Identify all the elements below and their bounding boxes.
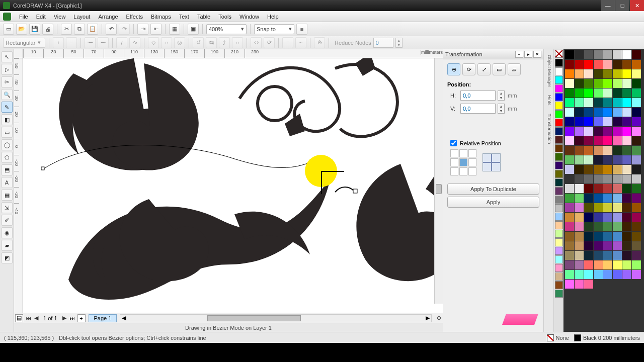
color-swatch[interactable] xyxy=(565,127,574,136)
color-swatch[interactable] xyxy=(565,60,574,69)
color-swatch[interactable] xyxy=(632,98,641,107)
color-swatch[interactable] xyxy=(603,146,612,155)
cut-icon[interactable]: ✂ xyxy=(61,24,72,35)
close-button[interactable]: ✕ xyxy=(630,0,644,11)
color-swatch[interactable] xyxy=(575,136,584,145)
to-curve-icon[interactable]: ∿ xyxy=(129,37,140,48)
color-swatch[interactable] xyxy=(603,241,612,250)
color-swatch[interactable] xyxy=(584,88,593,98)
no-color-swatch[interactable] xyxy=(555,50,563,58)
color-swatch[interactable] xyxy=(632,241,641,250)
color-swatch[interactable] xyxy=(575,155,584,164)
color-swatch[interactable] xyxy=(603,136,612,145)
color-swatch[interactable] xyxy=(613,203,622,212)
color-swatch[interactable] xyxy=(613,50,622,59)
color-swatch[interactable] xyxy=(555,196,563,204)
eyedropper-tool[interactable]: ✐ xyxy=(2,215,13,226)
page-tab[interactable]: Page 1 xyxy=(89,314,117,322)
reduce-nodes-spinner[interactable]: ▲▼ xyxy=(395,38,403,48)
outline-tool[interactable]: ◉ xyxy=(2,227,13,238)
basic-shapes-tool[interactable]: ⬒ xyxy=(2,164,13,175)
color-swatch[interactable] xyxy=(555,187,563,195)
color-swatch[interactable] xyxy=(584,251,593,260)
color-swatch[interactable] xyxy=(555,170,563,178)
color-swatch[interactable] xyxy=(613,222,622,231)
color-swatch[interactable] xyxy=(603,251,612,260)
color-swatch[interactable] xyxy=(575,88,584,98)
color-swatch[interactable] xyxy=(565,222,574,231)
color-swatch[interactable] xyxy=(575,222,584,231)
color-swatch[interactable] xyxy=(632,69,641,78)
color-swatch[interactable] xyxy=(594,203,603,212)
color-swatch[interactable] xyxy=(555,84,563,93)
docker-tab[interactable]: Object Manager xyxy=(544,52,553,89)
color-swatch[interactable] xyxy=(565,194,574,203)
color-swatch[interactable] xyxy=(632,174,641,184)
color-swatch[interactable] xyxy=(565,79,574,88)
print-icon[interactable]: 🖨 xyxy=(42,24,53,35)
canvas[interactable] xyxy=(23,58,443,313)
rectangle-tool[interactable]: ▭ xyxy=(2,127,13,138)
prev-page-button[interactable]: ◀ xyxy=(32,315,40,321)
launch-icon[interactable]: ▦ xyxy=(169,24,180,35)
color-swatch[interactable] xyxy=(632,194,641,203)
ellipse-tool[interactable]: ◯ xyxy=(2,139,13,150)
color-swatch[interactable] xyxy=(555,102,563,110)
color-swatch[interactable] xyxy=(575,203,584,212)
color-swatch[interactable] xyxy=(622,146,631,155)
position-tab-icon[interactable]: ⊕ xyxy=(447,63,460,75)
color-swatch[interactable] xyxy=(632,136,641,145)
undo-icon[interactable]: ↶ xyxy=(106,24,117,35)
vertical-ruler[interactable]: 50403020100-10-20-30-40 xyxy=(14,58,23,313)
menu-table[interactable]: Table xyxy=(193,13,214,21)
color-swatch[interactable] xyxy=(594,117,603,126)
color-swatch[interactable] xyxy=(575,79,584,88)
zoom-tool[interactable]: 🔍 xyxy=(2,89,13,100)
color-swatch[interactable] xyxy=(632,203,641,212)
color-swatch[interactable] xyxy=(565,184,574,193)
menu-window[interactable]: Window xyxy=(235,13,263,21)
shape-tool[interactable]: ▷ xyxy=(2,64,13,75)
color-swatch[interactable] xyxy=(613,184,622,193)
color-swatch[interactable] xyxy=(622,60,631,69)
color-swatch[interactable] xyxy=(584,69,593,78)
color-swatch[interactable] xyxy=(603,184,612,193)
first-page-button[interactable]: ⏮ xyxy=(24,315,32,321)
color-swatch[interactable] xyxy=(565,270,574,279)
color-swatch[interactable] xyxy=(584,155,593,164)
export-icon[interactable]: ⇤ xyxy=(150,24,162,35)
color-swatch[interactable] xyxy=(555,161,563,169)
add-page-button[interactable]: + xyxy=(77,314,86,322)
horizontal-ruler[interactable]: 1030507090110130150170190210230 millimet… xyxy=(23,49,443,58)
color-swatch[interactable] xyxy=(594,50,603,59)
color-swatch[interactable] xyxy=(632,222,641,231)
polygon-tool[interactable]: ⬠ xyxy=(2,152,13,163)
color-swatch[interactable] xyxy=(622,174,631,184)
color-swatch[interactable] xyxy=(632,146,641,155)
color-swatch[interactable] xyxy=(594,213,603,222)
color-swatch[interactable] xyxy=(622,69,631,78)
color-swatch[interactable] xyxy=(575,260,584,269)
table-tool[interactable]: ▦ xyxy=(2,190,13,201)
h-spinner[interactable]: ▲▼ xyxy=(498,90,505,101)
color-swatch[interactable] xyxy=(575,280,584,289)
color-swatch[interactable] xyxy=(575,270,584,279)
anchor-point-grid[interactable] xyxy=(450,149,476,175)
color-swatch[interactable] xyxy=(632,165,641,174)
docker-menu-button[interactable]: ▸ xyxy=(524,51,532,58)
color-swatch[interactable] xyxy=(603,260,612,269)
color-swatch[interactable] xyxy=(622,88,631,98)
interactive-tool[interactable]: ⇲ xyxy=(2,202,13,213)
save-icon[interactable]: 💾 xyxy=(29,24,40,35)
options-icon[interactable]: ≡ xyxy=(296,24,307,35)
color-swatch[interactable] xyxy=(565,165,574,174)
color-swatch[interactable] xyxy=(622,136,631,145)
color-swatch[interactable] xyxy=(575,165,584,174)
reduce-nodes-input[interactable]: 0 xyxy=(373,38,393,48)
color-swatch[interactable] xyxy=(603,60,612,69)
color-swatch[interactable] xyxy=(584,184,593,193)
color-swatch[interactable] xyxy=(622,108,631,117)
copy-icon[interactable]: ⧉ xyxy=(74,24,85,35)
symmetric-icon[interactable]: ◎ xyxy=(174,37,185,48)
color-swatch[interactable] xyxy=(584,280,593,289)
